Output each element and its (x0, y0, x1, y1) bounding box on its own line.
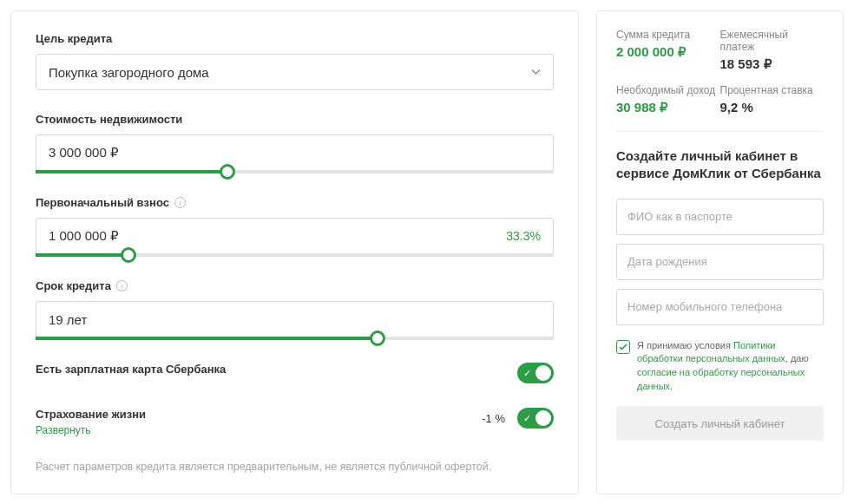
consent-checkbox[interactable] (616, 340, 630, 354)
term-label: Срок кредита i (36, 279, 554, 292)
info-icon[interactable]: i (116, 280, 128, 291)
calculator-panel: Цель кредита Покупка загородного дома Ст… (10, 10, 579, 494)
monthly-payment-label: Ежемесячный платеж (720, 29, 824, 53)
required-income-label: Необходимый доход (616, 84, 720, 96)
term-value: 19 лет (49, 312, 87, 327)
down-payment-label: Первоначальный взнос i (36, 196, 554, 209)
check-icon: ✓ (523, 368, 531, 379)
purpose-group: Цель кредита Покупка загородного дома (36, 32, 554, 90)
interest-rate-value: 9,2 % (720, 100, 824, 115)
salary-card-label: Есть зарплатная карта Сбербанка (36, 363, 226, 376)
down-payment-value: 1 000 000 ₽ (49, 228, 119, 244)
down-payment-input[interactable]: 1 000 000 ₽ 33.3% (36, 218, 554, 254)
info-icon[interactable]: i (174, 197, 186, 208)
property-cost-group: Стоимость недвижимости 3 000 000 ₽ (36, 113, 554, 173)
loan-amount-label: Сумма кредита (616, 29, 720, 41)
life-insurance-label: Страхование жизни (36, 408, 146, 421)
down-payment-group: Первоначальный взнос i 1 000 000 ₽ 33.3% (36, 196, 554, 257)
loan-amount-value: 2 000 000 ₽ (616, 44, 720, 60)
property-cost-value: 3 000 000 ₽ (49, 145, 119, 160)
property-cost-input[interactable]: 3 000 000 ₽ (36, 134, 554, 171)
slider-thumb[interactable] (121, 247, 136, 263)
consent-text: Я принимаю условия Политики обработки пе… (637, 339, 824, 395)
phone-input[interactable] (616, 289, 824, 325)
name-input[interactable] (616, 199, 824, 235)
life-insurance-row: Страхование жизни Развернуть -1 % ✓ (36, 408, 554, 436)
disclaimer-text: Расчет параметров кредита является предв… (36, 461, 554, 473)
property-cost-slider[interactable] (36, 170, 554, 173)
property-cost-label: Стоимость недвижимости (36, 113, 554, 126)
divider (616, 131, 824, 132)
chevron-down-icon (531, 69, 541, 75)
consent-link[interactable]: согласие на обработку персональных данны… (637, 367, 805, 391)
down-payment-percent: 33.3% (506, 229, 541, 243)
dob-input[interactable] (616, 244, 824, 280)
slider-thumb[interactable] (220, 164, 235, 180)
interest-rate-label: Процентная ставка (720, 84, 824, 96)
summary-panel: Сумма кредита 2 000 000 ₽ Ежемесячный пл… (596, 10, 844, 494)
salary-card-row: Есть зарплатная карта Сбербанка ✓ (36, 363, 554, 383)
summary-row-2: Необходимый доход 30 988 ₽ Процентная ст… (616, 84, 824, 115)
summary-row-1: Сумма кредита 2 000 000 ₽ Ежемесячный пл… (616, 29, 824, 72)
life-insurance-value: -1 % (482, 412, 505, 425)
term-input[interactable]: 19 лет (36, 301, 554, 337)
monthly-payment-value: 18 593 ₽ (720, 56, 824, 72)
purpose-value: Покупка загородного дома (49, 65, 209, 80)
salary-card-toggle[interactable]: ✓ (517, 363, 554, 383)
life-insurance-expand[interactable]: Развернуть (36, 424, 146, 436)
submit-button[interactable]: Создать личный кабинет (616, 406, 824, 441)
down-payment-slider[interactable] (36, 253, 554, 257)
term-slider[interactable] (36, 337, 554, 340)
purpose-label: Цель кредита (36, 32, 554, 45)
form-heading: Создайте личный кабинет в сервисе ДомКли… (616, 147, 824, 183)
slider-thumb[interactable] (370, 331, 385, 346)
purpose-select[interactable]: Покупка загородного дома (36, 54, 554, 90)
life-insurance-toggle[interactable]: ✓ (517, 408, 554, 429)
check-icon: ✓ (523, 413, 531, 424)
required-income-value: 30 988 ₽ (616, 100, 720, 115)
consent-row: Я принимаю условия Политики обработки пе… (616, 339, 824, 395)
term-group: Срок кредита i 19 лет (36, 279, 554, 340)
